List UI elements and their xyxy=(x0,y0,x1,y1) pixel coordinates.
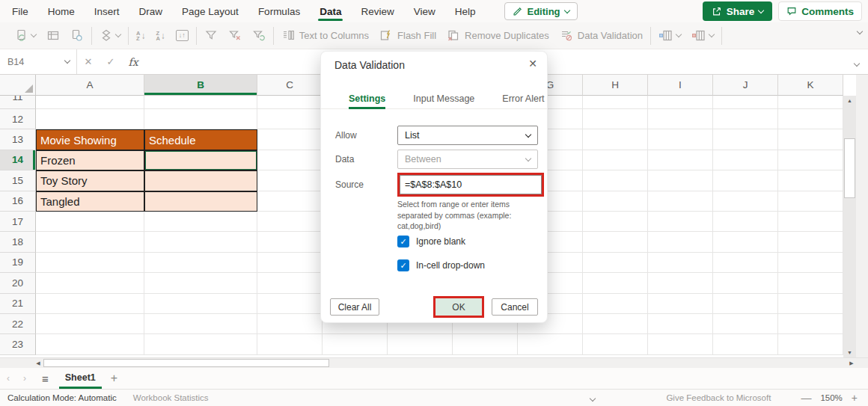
cell-I15[interactable] xyxy=(648,170,713,191)
column-header-I[interactable]: I xyxy=(648,75,713,96)
cell-C16[interactable] xyxy=(257,191,323,212)
cell-C21[interactable] xyxy=(257,294,323,314)
cell-K12[interactable] xyxy=(778,109,843,129)
cell-I23[interactable] xyxy=(648,334,713,354)
scroll-up-arrow[interactable]: ▲ xyxy=(843,96,856,105)
clear-all-button[interactable]: Clear All xyxy=(330,298,379,316)
cell-C12[interactable] xyxy=(257,109,323,129)
cell-H23[interactable] xyxy=(583,334,648,354)
cell-A22[interactable] xyxy=(36,314,144,334)
cell-C22[interactable] xyxy=(257,314,323,334)
column-header-B[interactable]: B xyxy=(144,75,257,96)
cell-I14[interactable] xyxy=(648,150,713,170)
row-header-12[interactable]: 12 xyxy=(0,109,36,129)
cell-C13[interactable] xyxy=(257,129,323,150)
menu-tab-insert[interactable]: Insert xyxy=(85,0,129,22)
text-to-columns-button[interactable]: Text to Columns xyxy=(281,29,369,42)
cell-B21[interactable] xyxy=(144,294,257,314)
cell-H16[interactable] xyxy=(583,191,648,212)
cell-I17[interactable] xyxy=(648,212,713,232)
cell-J12[interactable] xyxy=(713,109,778,129)
cancel-button[interactable]: Cancel xyxy=(492,298,538,316)
cell-K13[interactable] xyxy=(778,129,843,150)
cell-C23[interactable] xyxy=(257,334,323,354)
column-header-K[interactable]: K xyxy=(778,75,843,96)
incell-dropdown-checkbox[interactable]: ✓ xyxy=(397,259,409,271)
cell-C11[interactable] xyxy=(257,96,323,109)
row-header-22[interactable]: 22 xyxy=(0,314,36,334)
data-types-icon[interactable] xyxy=(100,29,120,42)
column-header-C[interactable]: C xyxy=(257,75,323,96)
editing-mode-button[interactable]: Editing xyxy=(504,2,577,20)
cell-A19[interactable] xyxy=(36,253,144,273)
cell-C14[interactable] xyxy=(257,150,323,170)
row-header-13[interactable]: 13 xyxy=(0,129,36,150)
clear-filter-icon[interactable] xyxy=(228,29,242,42)
cell-B23[interactable] xyxy=(144,334,257,354)
cell-A14[interactable]: Frozen xyxy=(36,150,144,170)
share-button[interactable]: Share xyxy=(703,1,773,21)
cell-C20[interactable] xyxy=(257,273,323,293)
row-header-19[interactable]: 19 xyxy=(0,253,36,273)
cell-K20[interactable] xyxy=(778,273,843,293)
cell-B18[interactable] xyxy=(144,232,257,252)
cell-H21[interactable] xyxy=(583,294,648,314)
cell-J20[interactable] xyxy=(713,273,778,293)
ignore-blank-row[interactable]: ✓ Ignore blank xyxy=(397,236,465,247)
ungroup-icon[interactable] xyxy=(691,29,714,42)
all-sheets-menu-icon[interactable]: ≡ xyxy=(33,372,58,385)
cell-B22[interactable] xyxy=(144,314,257,334)
sheet-tab-sheet1[interactable]: Sheet1 xyxy=(59,368,102,389)
tab-settings[interactable]: Settings xyxy=(349,89,385,108)
cell-I22[interactable] xyxy=(648,314,713,334)
scroll-left-arrow[interactable]: ◀ xyxy=(33,358,43,368)
cell-K19[interactable] xyxy=(778,253,843,273)
column-header-J[interactable]: J xyxy=(713,75,778,96)
cell-I21[interactable] xyxy=(648,294,713,314)
refresh-all-icon[interactable] xyxy=(15,29,36,42)
workbook-statistics-button[interactable]: Workbook Statistics xyxy=(133,393,209,402)
cell-H17[interactable] xyxy=(583,212,648,232)
tab-error-alert[interactable]: Error Alert xyxy=(502,89,544,108)
cell-I13[interactable] xyxy=(648,129,713,150)
cell-C17[interactable] xyxy=(257,212,323,232)
cell-C15[interactable] xyxy=(257,170,323,191)
cell-J11[interactable] xyxy=(713,96,778,109)
cell-A21[interactable] xyxy=(36,294,144,314)
cell-J22[interactable] xyxy=(713,314,778,334)
menu-tab-review[interactable]: Review xyxy=(351,0,403,22)
cell-A20[interactable] xyxy=(36,273,144,293)
cell-K17[interactable] xyxy=(778,212,843,232)
refresh-workbook-icon[interactable] xyxy=(70,29,84,42)
filter-icon[interactable] xyxy=(204,29,218,42)
vertical-scrollbar[interactable]: ▲ ▼ xyxy=(843,96,856,357)
incell-dropdown-row[interactable]: ✓ In-cell drop-down xyxy=(397,259,485,271)
cell-H12[interactable] xyxy=(583,109,648,129)
row-header-18[interactable]: 18 xyxy=(0,232,36,252)
cell-J17[interactable] xyxy=(713,212,778,232)
cell-F23[interactable] xyxy=(453,334,518,354)
cell-J19[interactable] xyxy=(713,253,778,273)
cell-H22[interactable] xyxy=(583,314,648,334)
cell-B15[interactable] xyxy=(144,170,257,191)
cell-B16[interactable] xyxy=(144,191,257,212)
row-header-17[interactable]: 17 xyxy=(0,212,36,232)
row-header-15[interactable]: 15 xyxy=(0,170,36,191)
reapply-filter-icon[interactable] xyxy=(252,29,266,42)
allow-select[interactable]: List xyxy=(397,126,538,145)
menu-tab-help[interactable]: Help xyxy=(445,0,486,22)
row-header-20[interactable]: 20 xyxy=(0,273,36,293)
row-header-11[interactable]: 11 xyxy=(0,96,36,109)
cell-K14[interactable] xyxy=(778,150,843,170)
cell-K16[interactable] xyxy=(778,191,843,212)
cell-B14[interactable] xyxy=(144,150,257,170)
cell-A12[interactable] xyxy=(36,109,144,129)
next-sheet-chevron[interactable]: › xyxy=(16,373,33,384)
name-box[interactable]: B14 xyxy=(0,49,77,74)
cell-K15[interactable] xyxy=(778,170,843,191)
sort-descending-icon[interactable]: ZA↓ xyxy=(156,31,165,41)
menu-tab-view[interactable]: View xyxy=(404,0,445,22)
menu-tab-formulas[interactable]: Formulas xyxy=(248,0,310,22)
source-input[interactable] xyxy=(400,175,542,194)
row-header-14[interactable]: 14 xyxy=(0,150,36,170)
